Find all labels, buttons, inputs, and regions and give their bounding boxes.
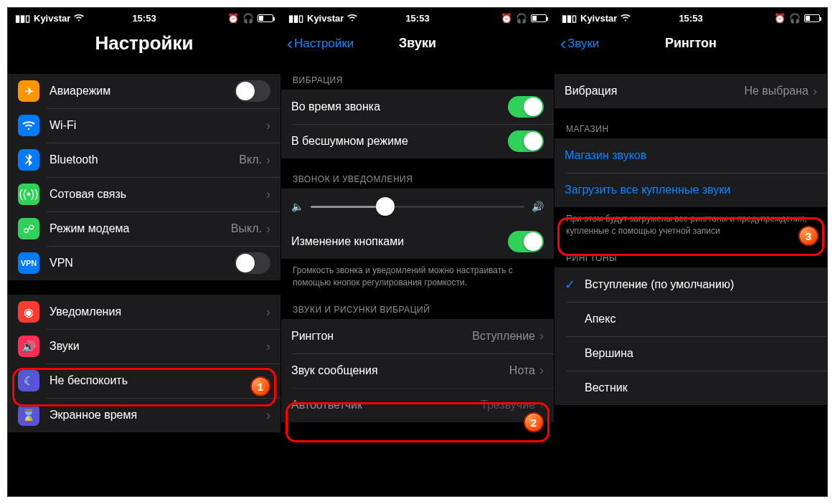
chevron-icon: ›: [266, 153, 270, 168]
row-vibrate-ring[interactable]: Во время звонка: [281, 90, 554, 124]
status-bar: ▮▮▯ Kyivstar 15:53 ⏰ 🎧: [8, 8, 280, 28]
row-label: Апекс: [585, 313, 817, 325]
wifi-icon: [621, 13, 631, 24]
chevron-icon: ›: [813, 84, 817, 99]
row-text-tone[interactable]: Звук сообщения Нота ›: [281, 353, 554, 388]
row-notifications[interactable]: ◉ Уведомления ›: [8, 295, 280, 329]
back-label: Звуки: [567, 37, 599, 51]
group-store: Магазин звуков Загрузить все купленные з…: [555, 138, 827, 207]
group-vibration-select: Вибрация Не выбрана ›: [555, 74, 827, 108]
row-hotspot[interactable]: ☍ Режим модема Выкл. ›: [8, 211, 280, 246]
row-value: Вступление: [472, 330, 535, 343]
badge-2: 2: [524, 412, 544, 432]
ringtone-item[interactable]: ✓ Апекс: [555, 302, 827, 336]
section-header-ringtones: РИНГТОНЫ: [555, 237, 827, 267]
row-label: Во время звонка: [291, 100, 508, 113]
volume-slider-row[interactable]: 🔈 🔊: [281, 189, 554, 224]
row-label: VPN: [49, 257, 235, 270]
row-dnd[interactable]: ☾ Не беспокоить ›: [8, 363, 280, 398]
row-airplane[interactable]: ✈ Авиарежим: [8, 74, 280, 108]
row-ringtone[interactable]: Рингтон Вступление ›: [281, 319, 554, 353]
airplane-icon: ✈: [18, 80, 39, 102]
ringtone-item[interactable]: ✓ Вершина: [555, 336, 827, 371]
group-general: ◉ Уведомления › 🔊 Звуки › ☾ Не беспокоит…: [8, 295, 280, 432]
dnd-icon: ☾: [18, 370, 39, 391]
page-title: Настройки: [95, 32, 193, 54]
chevron-icon: ›: [539, 397, 544, 412]
wifi-icon: [74, 13, 84, 24]
row-label: Сотовая связь: [49, 188, 266, 201]
sounds-icon: 🔊: [18, 336, 39, 357]
page-title: Звуки: [399, 36, 436, 51]
row-label: Не беспокоить: [49, 374, 266, 387]
badge-3: 3: [798, 226, 819, 246]
status-bar: ▮▮▯ Kyivstar 15:53 ⏰ 🎧: [281, 8, 554, 28]
row-wifi[interactable]: Wi-Fi ›: [8, 108, 280, 143]
check-icon: ✓: [565, 277, 585, 293]
headphones-icon: 🎧: [242, 13, 254, 24]
row-bluetooth[interactable]: Bluetooth Вкл. ›: [8, 143, 280, 177]
row-screentime[interactable]: ⌛ Экранное время ›: [8, 398, 280, 432]
ringtone-item[interactable]: ✓ Вступление (по умолчанию): [555, 267, 827, 302]
panel-settings: ▮▮▯ Kyivstar 15:53 ⏰ 🎧 Настройки ✈ Авиа: [8, 8, 280, 496]
clock-label: 15:53: [679, 13, 702, 24]
row-voicemail[interactable]: Автоответчик Трезвучие ›: [281, 388, 554, 422]
signal-icon: ▮▮▯: [562, 13, 577, 24]
check-icon: ✓: [565, 311, 585, 327]
chevron-icon: ›: [266, 118, 270, 133]
carrier-label: Kyivstar: [307, 13, 344, 24]
wifi-icon: [347, 13, 357, 24]
row-label: Рингтон: [291, 330, 472, 343]
row-tone-store[interactable]: Магазин звуков: [555, 138, 827, 173]
chevron-icon: ›: [266, 187, 270, 202]
section-header-volume: ЗВОНОК И УВЕДОМЛЕНИЯ: [281, 158, 554, 189]
row-sounds[interactable]: 🔊 Звуки ›: [8, 329, 280, 363]
vibrate-ring-toggle[interactable]: [508, 96, 544, 118]
section-header-store: МАГАЗИН: [555, 108, 827, 138]
navbar: ‹ Настройки Звуки: [281, 28, 554, 60]
chevron-left-icon: ‹: [560, 35, 566, 52]
ringtone-item[interactable]: ✓ Вестник: [555, 371, 827, 405]
vibrate-silent-toggle[interactable]: [508, 130, 544, 152]
row-label: Вступление (по умолчанию): [585, 278, 817, 291]
airplane-toggle[interactable]: [235, 80, 270, 102]
battery-icon: [531, 14, 547, 22]
chevron-icon: ›: [266, 408, 270, 423]
check-icon: ✓: [565, 380, 585, 396]
volume-high-icon: 🔊: [532, 201, 544, 212]
headphones-icon: 🎧: [516, 13, 527, 24]
volume-footer: Громкость звонка и уведомлений можно нас…: [281, 259, 554, 289]
row-label: Режим модема: [49, 222, 231, 235]
group-volume: 🔈 🔊 Изменение кнопками: [281, 189, 554, 259]
page-title: Рингтон: [665, 36, 717, 51]
row-label: Магазин звуков: [565, 149, 817, 162]
row-vibrate-silent[interactable]: В бесшумном режиме: [281, 124, 554, 158]
row-cellular[interactable]: ((•)) Сотовая связь ›: [8, 177, 280, 211]
chevron-icon: ›: [539, 328, 544, 343]
panel-ringtone: ▮▮▯ Kyivstar 15:53 ⏰ 🎧 ‹ Звуки Рингтон: [554, 8, 827, 496]
chevron-icon: ›: [266, 305, 270, 320]
row-label: Автоответчик: [291, 399, 481, 412]
change-buttons-toggle[interactable]: [508, 231, 544, 252]
row-vpn[interactable]: VPN VPN: [8, 246, 280, 280]
bluetooth-icon: [18, 149, 39, 171]
vpn-toggle[interactable]: [235, 252, 270, 274]
row-label: Экранное время: [49, 409, 266, 422]
panel-sounds: ▮▮▯ Kyivstar 15:53 ⏰ 🎧 ‹ Настройки Звуки…: [280, 8, 554, 496]
notifications-icon: ◉: [18, 301, 39, 323]
volume-slider[interactable]: [311, 206, 524, 208]
alarm-icon: ⏰: [227, 13, 239, 24]
row-value: Нота: [509, 364, 535, 377]
carrier-label: Kyivstar: [34, 13, 70, 24]
row-change-buttons[interactable]: Изменение кнопками: [281, 224, 554, 259]
carrier-label: Kyivstar: [580, 13, 617, 24]
back-button[interactable]: ‹ Настройки: [287, 28, 354, 59]
back-button[interactable]: ‹ Звуки: [560, 28, 599, 59]
row-vibration[interactable]: Вибрация Не выбрана ›: [555, 74, 827, 108]
back-label: Настройки: [294, 37, 354, 51]
row-label: Звуки: [49, 340, 266, 353]
row-label: Изменение кнопками: [291, 235, 508, 248]
row-label: Bluetooth: [49, 153, 239, 166]
volume-low-icon: 🔈: [291, 201, 303, 212]
row-download-purchased[interactable]: Загрузить все купленные звуки: [555, 173, 827, 207]
